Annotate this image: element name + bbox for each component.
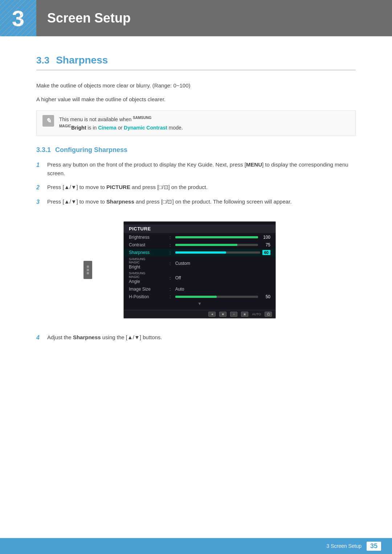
osd-value-image-size: Auto bbox=[175, 287, 184, 292]
osd-value-brightness: 100 bbox=[260, 235, 270, 240]
step-4: 4 Adjust the Sharpness using the [▲/▼] b… bbox=[36, 333, 356, 342]
note-icon: ✎ bbox=[42, 115, 54, 127]
section-title: Sharpness bbox=[56, 54, 108, 66]
step-number-1: 1 bbox=[36, 160, 42, 170]
osd-bar-contrast-bg bbox=[175, 244, 258, 246]
osd-row-contrast: Contrast : 75 bbox=[124, 241, 275, 249]
osd-bar-sharpness-bg bbox=[175, 251, 260, 254]
osd-bar-h-position-fill bbox=[175, 296, 217, 298]
osd-value-magic-bright: Custom bbox=[175, 261, 190, 266]
osd-value-contrast: 75 bbox=[260, 242, 270, 247]
subsection-heading: 3.3.1 Configuring Sharpness bbox=[36, 146, 356, 154]
note-mode2: Dynamic Contrast bbox=[124, 124, 167, 130]
osd-bar-sharpness-fill bbox=[175, 251, 226, 254]
osd-row-sharpness: Sharpness : 60 bbox=[124, 249, 275, 257]
osd-btn-auto-label: AUTO bbox=[252, 312, 261, 316]
osd-row-brightness: Brightness : 100 bbox=[124, 234, 275, 241]
note-product: Bright bbox=[71, 124, 86, 130]
side-dot-2 bbox=[87, 269, 89, 271]
body-line1: Make the outline of objects more clear o… bbox=[36, 81, 356, 90]
osd-label-sharpness: Sharpness bbox=[129, 250, 165, 255]
step-number-4: 4 bbox=[36, 333, 42, 342]
note-suffix: mode. bbox=[167, 124, 183, 130]
osd-bar-contrast-fill bbox=[175, 244, 237, 246]
footer-page-number: 35 bbox=[367, 542, 381, 551]
step-number-3: 3 bbox=[36, 197, 42, 207]
osd-row-image-size: Image Size : Auto bbox=[124, 285, 275, 293]
monitor-side-icon bbox=[83, 261, 92, 279]
step-number-2: 2 bbox=[36, 183, 42, 192]
osd-btn-enter: ◙ bbox=[241, 312, 248, 317]
osd-bar-sharpness-container: 60 bbox=[175, 250, 270, 255]
step-3: 3 Press [▲/▼] to move to Sharpness and p… bbox=[36, 197, 356, 207]
osd-more-indicator: ▼ bbox=[124, 300, 275, 307]
osd-btn-back: ◄ bbox=[208, 312, 216, 317]
osd-row-magic-bright: SAMSUNGMAGIC Bright : Custom bbox=[124, 257, 275, 271]
osd-value-sharpness: 60 bbox=[262, 250, 270, 255]
osd-bar-contrast-container: 75 bbox=[175, 242, 270, 247]
step-text-3: Press [▲/▼] to move to Sharpness and pre… bbox=[47, 197, 356, 206]
chapter-title: Screen Setup bbox=[47, 11, 131, 26]
step4-bold: Sharpness bbox=[73, 334, 101, 340]
hatch-decoration bbox=[0, 0, 36, 36]
page-footer: 3 Screen Setup 35 bbox=[0, 538, 392, 554]
osd-bar-brightness-bg bbox=[175, 236, 258, 238]
osd-btn-plus: ＋ bbox=[230, 312, 237, 317]
osd-btn-minus: ■ bbox=[219, 312, 226, 317]
footer-text: 3 Screen Setup bbox=[326, 543, 362, 549]
section-heading: 3.3 Sharpness bbox=[36, 54, 356, 70]
main-content: 3.3 Sharpness Make the outline of object… bbox=[0, 36, 392, 377]
side-dot-3 bbox=[87, 272, 89, 274]
osd-bar-brightness-container: 100 bbox=[175, 235, 270, 240]
osd-value-h-position: 50 bbox=[260, 294, 270, 299]
osd-label-magic-angle: SAMSUNGMAGIC Angle bbox=[129, 272, 165, 284]
osd-screenshot: PICTURE Brightness : 100 Contrast : bbox=[123, 221, 276, 319]
subsection-title: Configuring Sharpness bbox=[55, 146, 127, 154]
step-text-1: Press any button on the front of the pro… bbox=[47, 160, 356, 178]
osd-value-magic-angle: Off bbox=[175, 275, 181, 280]
osd-row-h-position: H-Position : 50 bbox=[124, 293, 275, 300]
osd-bottom-bar: ◄ ■ ＋ ◙ AUTO ⏻ bbox=[124, 310, 275, 318]
osd-label-magic-bright: SAMSUNGMAGIC Bright bbox=[129, 258, 165, 270]
osd-bar-h-position-bg bbox=[175, 296, 258, 298]
osd-label-image-size: Image Size bbox=[129, 287, 165, 292]
osd-label-h-position: H-Position bbox=[129, 294, 165, 299]
note-mid: is in bbox=[86, 124, 98, 130]
body-line2: A higher value will make the outline of … bbox=[36, 95, 356, 104]
side-dot-1 bbox=[87, 266, 89, 268]
step-text-4: Adjust the Sharpness using the [▲/▼] but… bbox=[47, 333, 356, 342]
monitor-wrapper: PICTURE Brightness : 100 Contrast : bbox=[44, 214, 356, 326]
chapter-header: 3 Screen Setup bbox=[0, 0, 392, 36]
steps-list: 1 Press any button on the front of the p… bbox=[36, 160, 356, 206]
note-box: ✎ This menu is not available when SAMSUN… bbox=[36, 110, 356, 136]
osd-label-brightness: Brightness bbox=[129, 235, 165, 240]
subsection-number: 3.3.1 bbox=[36, 146, 51, 154]
step-1: 1 Press any button on the front of the p… bbox=[36, 160, 356, 178]
step2-bold: PICTURE bbox=[106, 184, 130, 190]
note-prefix: This menu is not available when bbox=[59, 116, 133, 122]
step4-list: 4 Adjust the Sharpness using the [▲/▼] b… bbox=[36, 333, 356, 342]
osd-bar-brightness-fill bbox=[175, 236, 258, 238]
step3-bold: Sharpness bbox=[106, 198, 134, 205]
note-mode1: Cinema bbox=[98, 124, 117, 130]
note-text: This menu is not available when SAMSUNGM… bbox=[59, 115, 183, 131]
osd-title: PICTURE bbox=[124, 225, 275, 233]
key-menu: MENU bbox=[246, 161, 262, 168]
osd-menu: PICTURE Brightness : 100 Contrast : bbox=[124, 222, 275, 310]
section-number: 3.3 bbox=[36, 55, 49, 66]
osd-btn-power: ⏻ bbox=[265, 312, 272, 317]
step-text-2: Press [▲/▼] to move to PICTURE and press… bbox=[47, 183, 356, 192]
step-2: 2 Press [▲/▼] to move to PICTURE and pre… bbox=[36, 183, 356, 192]
osd-bar-h-position-container: 50 bbox=[175, 294, 270, 299]
osd-label-contrast: Contrast bbox=[129, 242, 165, 247]
osd-row-magic-angle: SAMSUNGMAGIC Angle : Off bbox=[124, 271, 275, 285]
note-between: or bbox=[117, 124, 124, 130]
